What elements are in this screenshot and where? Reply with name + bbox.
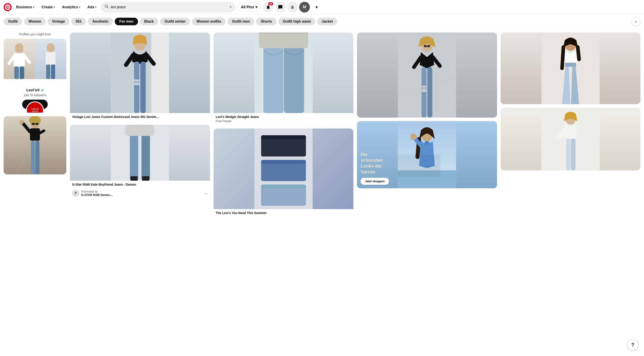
- svg-rect-50: [259, 32, 308, 33]
- filter-pill-women-outfits[interactable]: Women outfits: [192, 18, 226, 25]
- filter-pill-shorts[interactable]: Shorts: [256, 18, 276, 25]
- sidebar-second-card[interactable]: [4, 116, 66, 174]
- svg-rect-17: [30, 128, 40, 141]
- nav-ads-label: Ads: [88, 5, 94, 9]
- messages-button[interactable]: [275, 2, 286, 12]
- search-clear-icon[interactable]: ×: [230, 5, 232, 9]
- filter-bar: Outfit Women Vintage 501 Aesthetic For m…: [0, 14, 644, 29]
- pin-card-8[interactable]: [500, 108, 641, 170]
- pin-card-4[interactable]: The Levi's You Need This Summer: [214, 128, 354, 217]
- svg-rect-78: [398, 155, 440, 177]
- filter-pill-outfit-men[interactable]: Outfit men: [228, 18, 254, 25]
- pin-grid: Vintage Levi Jeans Custom Distressed Jea…: [70, 32, 640, 217]
- svg-rect-88: [571, 139, 576, 170]
- main-content: Profiles you might love: [0, 29, 644, 221]
- profile-name: Levi's® ✔: [7, 88, 63, 92]
- svg-rect-65: [427, 67, 432, 118]
- pin-3-info: Levi's Wedgie Straight Jeans Free People: [214, 113, 354, 125]
- pin-1-info: Vintage Levi Jeans Custom Distressed Jea…: [70, 113, 210, 121]
- filter-pill-501[interactable]: 501: [71, 18, 86, 25]
- user-avatar[interactable]: M: [299, 2, 310, 12]
- pin-card-7[interactable]: [500, 32, 641, 104]
- filter-pill-women[interactable]: Women: [24, 18, 46, 25]
- branded-title-line4: Saison: [360, 169, 383, 175]
- svg-rect-42: [125, 125, 154, 136]
- svg-rect-67: [422, 87, 426, 89]
- branded-title-line3: Looks der: [360, 163, 383, 169]
- filter-pill-black[interactable]: Black: [140, 18, 158, 25]
- verified-icon: ✔: [41, 88, 44, 92]
- ads-chevron-icon: ▾: [95, 5, 96, 9]
- pin-card-2[interactable]: G-Star RAW Kate Boyfriend Jeans - Damen …: [70, 125, 210, 198]
- more-options-button[interactable]: ▾: [311, 2, 322, 12]
- nav-ads[interactable]: Ads ▾: [85, 3, 99, 11]
- create-chevron-icon: ▾: [54, 5, 55, 9]
- filter-pill-outfit-high-waist[interactable]: Outfit high waist: [278, 18, 315, 25]
- svg-rect-31: [140, 61, 146, 113]
- svg-rect-64: [422, 67, 426, 118]
- levi-logo-line2: LEVI'S: [31, 110, 38, 113]
- alerts-button[interactable]: [287, 2, 298, 12]
- branded-title-line2: schönsten: [360, 157, 383, 163]
- all-pins-label: All Pins: [241, 5, 254, 9]
- filter-pill-vintage[interactable]: Vintage: [48, 18, 70, 25]
- nav-analytics[interactable]: Analytics ▾: [60, 3, 83, 11]
- svg-rect-11: [46, 64, 50, 79]
- svg-rect-40: [130, 176, 138, 181]
- profiles-label: Profiles you might love: [4, 32, 66, 36]
- filter-pill-jacket[interactable]: Jacket: [317, 18, 337, 25]
- levis-profile-card[interactable]: LIVE IN LEVI'S Levi's® ✔ 184.7k follower…: [4, 39, 66, 113]
- business-chevron-icon: ▾: [33, 5, 34, 9]
- svg-line-81: [562, 47, 563, 68]
- pin-card-3[interactable]: LEVI'S Levi's Wedgie Straight Jeans Free…: [214, 32, 354, 125]
- svg-rect-55: [261, 160, 306, 164]
- pin-2-title: G-Star RAW Kate Boyfriend Jeans - Damen: [72, 182, 208, 187]
- pin-4-info: The Levi's You Need This Summer: [214, 209, 354, 217]
- pin-3-sub: Free People: [216, 119, 351, 123]
- header-icons: 96 M ▾: [263, 2, 322, 12]
- profile-cover-images: [4, 39, 66, 79]
- svg-rect-27: [151, 32, 169, 113]
- all-pins-button[interactable]: All Pins ▾: [237, 3, 261, 11]
- svg-rect-21: [31, 141, 35, 174]
- profile-name-text: Levi's®: [26, 88, 40, 92]
- svg-rect-24: [36, 123, 38, 125]
- filter-next-button[interactable]: ›: [632, 17, 640, 26]
- search-bar: ×: [101, 2, 235, 12]
- search-input[interactable]: [111, 5, 228, 9]
- branded-title-line1: Die: [360, 152, 383, 157]
- filter-pill-aesthetic[interactable]: Aesthetic: [88, 18, 113, 25]
- notifications-button[interactable]: 96: [263, 2, 274, 12]
- nav-create[interactable]: Create ▾: [39, 3, 58, 11]
- filter-pill-outfit[interactable]: Outfit: [4, 18, 22, 25]
- svg-rect-83: [565, 63, 576, 67]
- pin-2-promoted: P Promoted by G-STAR RAW Deutsc... ···: [70, 188, 210, 198]
- promoted-avatar-2: P: [72, 190, 79, 197]
- promoted-dots-2[interactable]: ···: [204, 191, 208, 196]
- pin-card-6[interactable]: Die schönsten Looks der Saison Jetzt sho…: [357, 121, 497, 188]
- promoted-label-2: Promoted by: [81, 190, 202, 193]
- svg-rect-3: [15, 43, 23, 53]
- svg-point-19: [19, 120, 24, 124]
- shop-now-button[interactable]: Jetzt shoppen: [360, 178, 389, 185]
- svg-rect-12: [51, 64, 55, 79]
- svg-rect-30: [134, 61, 140, 113]
- nav-create-label: Create: [42, 5, 53, 9]
- nav-business[interactable]: Business ▾: [14, 3, 37, 11]
- svg-rect-75: [425, 141, 429, 145]
- svg-line-82: [578, 47, 579, 59]
- pinterest-logo[interactable]: [4, 3, 12, 11]
- svg-rect-41: [142, 176, 149, 181]
- nav-business-label: Business: [16, 5, 32, 9]
- svg-rect-22: [36, 141, 40, 174]
- filter-pill-for-men[interactable]: For men: [115, 18, 138, 25]
- filter-pill-outfit-winter[interactable]: Outfit winter: [160, 18, 190, 25]
- svg-line-8: [25, 57, 29, 62]
- svg-rect-5: [14, 66, 19, 79]
- svg-rect-9: [46, 43, 55, 52]
- pin-card-1[interactable]: Vintage Levi Jeans Custom Distressed Jea…: [70, 32, 210, 121]
- svg-rect-10: [46, 52, 56, 64]
- pin-card-5[interactable]: [357, 32, 497, 118]
- svg-rect-68: [424, 45, 427, 47]
- svg-rect-23: [32, 123, 35, 125]
